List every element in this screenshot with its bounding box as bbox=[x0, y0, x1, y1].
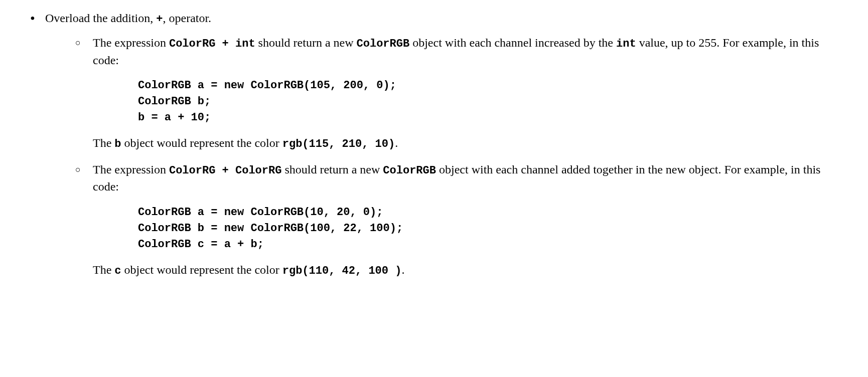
text-segment: object would represent the color bbox=[121, 263, 282, 276]
code-rgb-result-2: rgb(110, 42, 100 ) bbox=[282, 265, 402, 277]
bullet-title-pre: Overload the addition, bbox=[45, 12, 156, 25]
code-rgb-result-1: rgb(115, 210, 10) bbox=[282, 138, 395, 150]
code-colorrg-plus-colorrg: ColorRG + ColorRG bbox=[169, 164, 281, 177]
sub1-result: The b object would represent the color r… bbox=[93, 135, 848, 152]
text-segment: The bbox=[93, 136, 114, 149]
text-segment: The bbox=[93, 263, 114, 276]
text-segment: object would represent the color bbox=[121, 136, 282, 149]
text-segment: The expression bbox=[93, 36, 169, 49]
text-segment: The expression bbox=[93, 163, 169, 176]
code-colorrgb: ColorRGB bbox=[383, 164, 436, 177]
text-segment: object with each channel increased by th… bbox=[409, 36, 616, 49]
code-colorrgb: ColorRGB bbox=[357, 38, 410, 50]
code-c-object: c bbox=[114, 265, 121, 277]
code-colorrg-plus-int: ColorRG + int bbox=[169, 38, 255, 50]
code-b-object: b bbox=[114, 138, 121, 150]
sub-bullet-list: The expression ColorRG + int should retu… bbox=[45, 35, 848, 279]
bullet-title-post: , operator. bbox=[163, 12, 211, 25]
text-segment: . bbox=[401, 263, 404, 276]
text-segment: should return a new bbox=[255, 36, 357, 49]
plus-operator-code: + bbox=[156, 13, 163, 26]
bullet-overload-addition: Overload the addition, +, operator. The … bbox=[30, 10, 848, 279]
text-segment: . bbox=[395, 136, 398, 149]
code-int: int bbox=[616, 38, 636, 50]
text-segment: should return a new bbox=[281, 163, 383, 176]
top-bullet-list: Overload the addition, +, operator. The … bbox=[20, 10, 848, 279]
sub2-result: The c object would represent the color r… bbox=[93, 262, 848, 279]
sub-bullet-color-plus-color: The expression ColorRG + ColorRG should … bbox=[75, 161, 848, 279]
code-example-2: ColorRGB a = new ColorRGB(10, 20, 0); Co… bbox=[138, 205, 848, 253]
sub-bullet-color-plus-int: The expression ColorRG + int should retu… bbox=[75, 35, 848, 152]
sub1-description: The expression ColorRG + int should retu… bbox=[93, 35, 848, 69]
sub2-description: The expression ColorRG + ColorRG should … bbox=[93, 161, 848, 196]
code-example-1: ColorRGB a = new ColorRGB(105, 200, 0); … bbox=[138, 78, 848, 126]
